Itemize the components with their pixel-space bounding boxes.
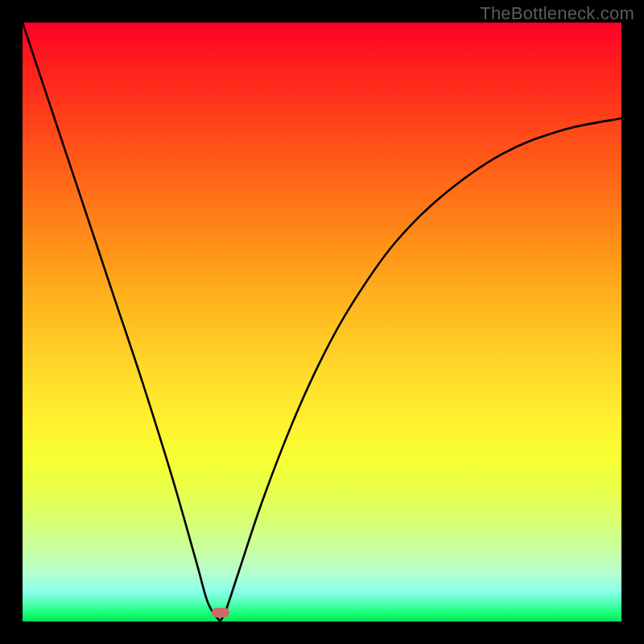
chart-frame: TheBottleneck.com	[0, 0, 644, 644]
plot-area	[23, 23, 621, 621]
minimum-marker	[212, 608, 229, 617]
bottleneck-curve	[23, 23, 621, 621]
watermark-text: TheBottleneck.com	[480, 3, 634, 24]
chart-svg	[23, 23, 621, 621]
